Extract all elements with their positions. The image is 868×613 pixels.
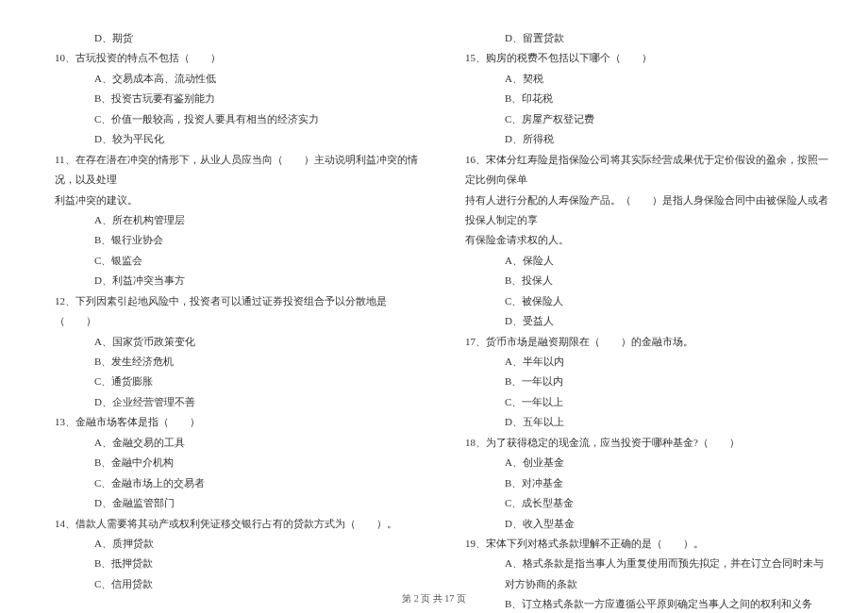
q14-option-a: A、质押贷款	[38, 534, 420, 554]
q11-option-a: A、所在机构管理层	[38, 210, 420, 230]
q15-option-d: D、所得税	[448, 129, 830, 149]
q13-option-b: B、金融中介机构	[38, 453, 420, 472]
question-18: 18、为了获得稳定的现金流，应当投资于哪种基金?（ ）	[448, 433, 830, 453]
q19-option-a: A、格式条款是指当事人为重复使用而预先拟定，并在订立合同时未与对方协商的条款	[448, 554, 830, 594]
q17-option-c: C、一年以上	[448, 392, 830, 412]
q17-option-b: B、一年以内	[448, 372, 830, 391]
q14-option-b: B、抵押贷款	[38, 554, 420, 573]
q15-option-a: A、契税	[448, 69, 830, 89]
q11-option-b: B、银行业协会	[38, 230, 420, 250]
question-10: 10、古玩投资的特点不包括（ ）	[38, 48, 420, 68]
q18-option-a: A、创业基金	[448, 453, 830, 472]
question-16: 16、宋体分红寿险是指保险公司将其实际经营成果优于定价假设的盈余，按照一定比例向…	[448, 150, 830, 191]
question-12: 12、下列因素引起地风险中，投资者可以通过证券投资组合予以分散地是（ ）	[38, 291, 420, 332]
q13-option-a: A、金融交易的工具	[38, 433, 420, 453]
question-16-cont1: 持有人进行分配的人寿保险产品。（ ）是指人身保险合同中由被保险人或者投保人制定的…	[448, 191, 830, 231]
q13-option-d: D、金融监管部门	[38, 493, 420, 513]
question-15: 15、购房的税费不包括以下哪个（ ）	[448, 48, 830, 68]
q10-option-c: C、价值一般较高，投资人要具有相当的经济实力	[38, 109, 420, 129]
question-16-cont2: 有保险金请求权的人。	[448, 230, 830, 250]
question-13: 13、金融市场客体是指（ ）	[38, 412, 420, 432]
q16-option-b: B、投保人	[448, 271, 830, 290]
q15-option-b: B、印花税	[448, 89, 830, 108]
right-column: D、留置贷款 15、购房的税费不包括以下哪个（ ） A、契税 B、印花税 C、房…	[448, 28, 830, 575]
question-17: 17、货币市场是融资期限在（ ）的金融市场。	[448, 332, 830, 352]
q11-option-c: C、银监会	[38, 251, 420, 271]
question-19: 19、宋体下列对格式条款理解不正确的是（ ）。	[448, 534, 830, 554]
q16-option-d: D、受益人	[448, 311, 830, 331]
q17-option-a: A、半年以内	[448, 352, 830, 372]
q10-option-b: B、投资古玩要有鉴别能力	[38, 89, 420, 108]
q18-option-c: C、成长型基金	[448, 493, 830, 513]
question-14: 14、借款人需要将其动产或权利凭证移交银行占有的贷款方式为（ ）。	[38, 514, 420, 534]
q12-option-a: A、国家货币政策变化	[38, 332, 420, 352]
option-d-prev: D、期货	[38, 28, 420, 48]
left-column: D、期货 10、古玩投资的特点不包括（ ） A、交易成本高、流动性低 B、投资古…	[38, 28, 420, 575]
q12-option-b: B、发生经济危机	[38, 352, 420, 372]
q17-option-d: D、五年以上	[448, 412, 830, 432]
q15-option-c: C、房屋产权登记费	[448, 109, 830, 129]
q18-option-d: D、收入型基金	[448, 514, 830, 534]
q10-option-d: D、较为平民化	[38, 129, 420, 149]
option-d-prev-r: D、留置贷款	[448, 28, 830, 48]
q11-option-d: D、利益冲突当事方	[38, 271, 420, 290]
page-footer: 第 2 页 共 17 页	[0, 592, 868, 605]
q18-option-b: B、对冲基金	[448, 473, 830, 493]
q10-option-a: A、交易成本高、流动性低	[38, 69, 420, 89]
q16-option-c: C、被保险人	[448, 291, 830, 311]
q16-option-a: A、保险人	[448, 251, 830, 271]
q12-option-c: C、通货膨胀	[38, 372, 420, 391]
q13-option-c: C、金融市场上的交易者	[38, 473, 420, 493]
q12-option-d: D、企业经营管理不善	[38, 392, 420, 412]
question-11-cont: 利益冲突的建议。	[38, 191, 420, 210]
question-11: 11、在存在潜在冲突的情形下，从业人员应当向（ ）主动说明利益冲突的情况，以及处…	[38, 150, 420, 191]
